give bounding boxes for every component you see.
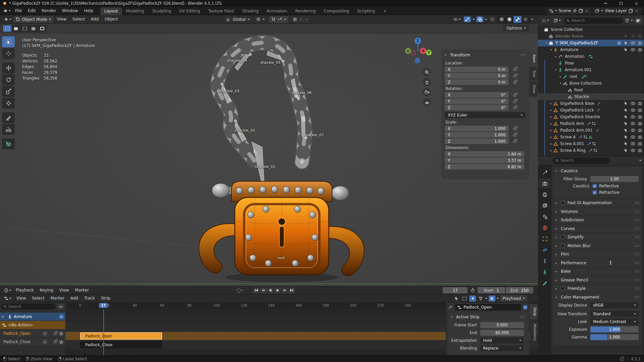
outliner-row-gigapadlock-base[interactable]: ▸GigaPadlock Base [538,100,644,107]
section-checkbox[interactable] [561,235,565,239]
section-header-simplify[interactable]: ▸Simplify [553,233,642,241]
camera-toggle-icon[interactable] [638,148,642,152]
expand-toggle-icon[interactable]: ▸ [549,122,553,125]
section-header-performance[interactable]: ▸Performance [553,259,642,267]
pointer-toggle-icon[interactable] [624,108,628,112]
eye-toggle-icon[interactable] [631,142,635,146]
select-mode-invert-button[interactable] [29,25,38,32]
timeline-editor-type-button[interactable] [3,287,13,293]
properties-tab-output[interactable] [539,190,550,199]
nla-snap-dropdown[interactable] [497,298,499,299]
select-mode-extend-button[interactable] [12,25,20,32]
expand-toggle-icon[interactable]: ▾ [2,315,6,318]
section-header-motion-blur[interactable]: ▸Motion Blur [553,242,642,250]
nla-show-keyframes-toggle[interactable] [469,296,476,302]
expand-toggle-icon[interactable]: ▾ [558,82,563,85]
transform-dimensions-z-field[interactable]: Z6.62 m [445,164,524,170]
transform-dimensions-x-field[interactable]: X1.64 m [445,151,524,157]
viewport-menu-select[interactable]: Select [69,16,88,22]
nla-track-padlock-close[interactable]: Padlock_Close [0,338,65,346]
camera-toggle-icon[interactable] [638,34,642,38]
outliner-row-gigapadlock-shackle[interactable]: ▸GigaPadlock Shackle [538,114,644,120]
nla-track-armature[interactable]: ▾Armature [0,313,65,321]
camera-toggle-icon[interactable] [638,135,642,139]
pointer-toggle-icon[interactable] [624,34,628,38]
collapse-transform-icon[interactable]: ▾ [445,53,448,57]
gizmo-neg-x-axis[interactable] [405,48,411,54]
eye-toggle-icon[interactable] [631,41,635,45]
menu-help[interactable]: Help [81,8,96,13]
track-enable-checkbox[interactable] [43,331,47,335]
nla-auto-snap-toggle[interactable] [489,296,495,302]
nla-filter-button[interactable] [477,296,484,302]
strip-name-field[interactable]: Padlock_Open [454,304,521,311]
nla-menu-add[interactable]: Add [67,295,81,302]
nla-menu-select[interactable]: Select [29,295,47,302]
panel-drag-handle[interactable] [635,270,639,273]
outliner-row-pose[interactable]: Pose [538,60,644,66]
pointer-toggle-icon[interactable] [624,135,628,139]
menu-file[interactable]: File [12,8,25,13]
color-management-header[interactable]: ▾ Color Management [553,293,642,301]
viewport-menu-object[interactable]: Object [102,16,121,22]
lock-open-icon[interactable] [513,81,517,84]
track-checkbox[interactable] [59,315,63,319]
gizmo-z-axis[interactable]: Z [415,38,421,44]
outliner-row-skm-gigapadlockzf[interactable]: ▾SKM_GigaPadlockZF [538,40,644,46]
outliner-row-armature[interactable]: ▾Armature [538,46,644,53]
nla-sidebar-tab-strip[interactable]: Strip [530,304,538,319]
tool-add-cube-button[interactable] [2,138,15,149]
panel-drag-handle[interactable] [635,253,639,256]
filter-dropdown[interactable] [631,20,633,21]
orthographic-toggle-button[interactable] [423,98,431,106]
nla-search-input[interactable] [8,304,53,309]
panel-drag-handle[interactable] [635,201,639,204]
menu-edit[interactable]: Edit [25,8,39,13]
section-header-curves[interactable]: ▸Curves [553,225,642,232]
properties-tab-scene[interactable] [539,212,550,221]
xray-toggle[interactable] [489,16,496,22]
outliner-row-scene-collection[interactable]: Scene Collection [538,26,644,33]
sidebar-tab-tool[interactable]: Tool [529,67,537,81]
previous-keyframe-button[interactable] [260,287,267,293]
jump-to-start-button[interactable] [253,287,260,293]
nla-snap-target-selector[interactable]: Playhead [500,295,527,302]
strip-blending-dropdown[interactable]: Replace [480,345,524,351]
properties-options-dropdown[interactable] [639,160,641,161]
panel-drag-handle[interactable] [635,244,639,247]
include-checkbox[interactable] [617,41,621,45]
gizmo-x-axis[interactable]: X [420,48,426,54]
pointer-toggle-icon[interactable] [624,148,628,152]
tool-select-box-button[interactable] [2,36,15,47]
cm-dropdown-display-device[interactable]: sRGB [590,302,639,308]
outliner-row-root[interactable]: ▸root7 [538,73,644,80]
view-layer-selector[interactable]: View Layer [593,8,641,14]
expand-toggle-icon[interactable]: ▾ [553,68,558,72]
maximize-button[interactable] [613,0,629,7]
lock-open-icon[interactable] [513,94,517,96]
expand-toggle-icon[interactable]: ▸ [549,108,553,112]
cm-dropdown-look[interactable]: Medium Contrast [590,319,639,325]
panel-drag-handle[interactable] [635,262,639,264]
pin-icon[interactable] [573,9,577,13]
tab-uv-editing[interactable]: UV Editing [175,7,204,15]
eye-toggle-icon[interactable] [631,34,635,38]
tab-texture-paint[interactable]: Texture Paint [204,7,238,15]
properties-tab-view-layer[interactable] [539,201,550,210]
track-enable-checkbox[interactable] [43,340,47,344]
properties-tab-world[interactable] [539,223,550,232]
current-frame-field[interactable]: 17 [443,287,468,293]
properties-tab-physics[interactable] [539,245,550,254]
active-strip-header[interactable]: ▾ Active Strip [448,313,527,321]
menu-window[interactable]: Window [59,8,81,13]
camera-toggle-icon[interactable] [638,101,642,105]
new-view-layer-icon[interactable] [629,9,633,13]
outliner-search-input[interactable] [572,18,621,23]
nla-menu-strip[interactable]: Strip [98,295,113,302]
proportional-editing-controls[interactable] [290,16,310,23]
caustics-panel-header[interactable]: ▾ Caustics [553,167,642,175]
outliner-search[interactable] [564,17,623,24]
cm-slider-gamma[interactable]: 1.000 [590,334,639,340]
expand-toggle-icon[interactable]: ▸ [549,115,553,119]
new-collection-button[interactable] [635,18,642,24]
